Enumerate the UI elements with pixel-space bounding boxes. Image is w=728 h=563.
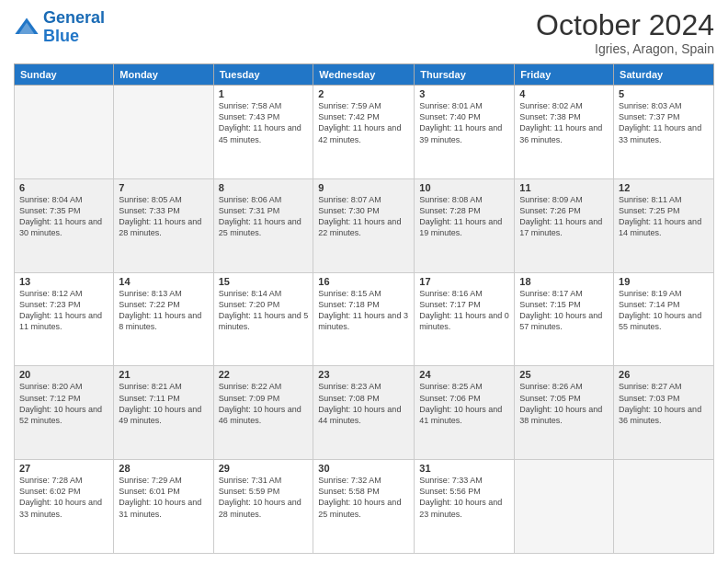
table-row: 31Sunrise: 7:33 AMSunset: 5:56 PMDayligh… xyxy=(415,460,515,554)
table-row: 13Sunrise: 8:12 AMSunset: 7:23 PMDayligh… xyxy=(15,272,114,366)
day-number: 6 xyxy=(19,182,108,193)
table-row xyxy=(614,460,714,554)
day-detail: Sunrise: 8:05 AMSunset: 7:33 PMDaylight:… xyxy=(119,194,208,239)
day-detail: Sunrise: 8:25 AMSunset: 7:06 PMDaylight:… xyxy=(419,381,509,426)
table-row: 21Sunrise: 8:21 AMSunset: 7:11 PMDayligh… xyxy=(114,366,213,460)
day-number: 24 xyxy=(419,369,509,380)
table-row: 20Sunrise: 8:20 AMSunset: 7:12 PMDayligh… xyxy=(15,366,114,460)
header: General Blue October 2024 Igries, Aragon… xyxy=(14,9,714,56)
day-detail: Sunrise: 7:28 AMSunset: 6:02 PMDaylight:… xyxy=(19,475,108,520)
day-detail: Sunrise: 8:16 AMSunset: 7:17 PMDaylight:… xyxy=(419,288,509,333)
day-number: 27 xyxy=(19,463,108,474)
table-row: 28Sunrise: 7:29 AMSunset: 6:01 PMDayligh… xyxy=(114,460,213,554)
title-block: October 2024 Igries, Aragon, Spain xyxy=(536,9,714,56)
day-detail: Sunrise: 8:27 AMSunset: 7:03 PMDaylight:… xyxy=(619,381,709,426)
table-row: 17Sunrise: 8:16 AMSunset: 7:17 PMDayligh… xyxy=(415,272,515,366)
day-number: 17 xyxy=(419,276,509,287)
table-row: 23Sunrise: 8:23 AMSunset: 7:08 PMDayligh… xyxy=(313,366,415,460)
day-detail: Sunrise: 8:14 AMSunset: 7:20 PMDaylight:… xyxy=(219,288,309,333)
day-detail: Sunrise: 8:01 AMSunset: 7:40 PMDaylight:… xyxy=(419,100,509,145)
day-detail: Sunrise: 8:17 AMSunset: 7:15 PMDaylight:… xyxy=(519,288,609,333)
table-row: 1Sunrise: 7:58 AMSunset: 7:43 PMDaylight… xyxy=(213,86,313,179)
table-row: 18Sunrise: 8:17 AMSunset: 7:15 PMDayligh… xyxy=(515,272,614,366)
day-number: 11 xyxy=(519,182,609,193)
day-number: 31 xyxy=(419,463,509,474)
day-detail: Sunrise: 8:11 AMSunset: 7:25 PMDaylight:… xyxy=(619,194,709,239)
day-number: 19 xyxy=(619,276,709,287)
day-number: 20 xyxy=(19,369,108,380)
day-number: 7 xyxy=(119,182,208,193)
calendar-week-row: 6Sunrise: 8:04 AMSunset: 7:35 PMDaylight… xyxy=(15,178,714,272)
day-detail: Sunrise: 7:31 AMSunset: 5:59 PMDaylight:… xyxy=(219,475,309,520)
table-row: 22Sunrise: 8:22 AMSunset: 7:09 PMDayligh… xyxy=(213,366,313,460)
calendar-week-row: 27Sunrise: 7:28 AMSunset: 6:02 PMDayligh… xyxy=(15,460,714,554)
day-detail: Sunrise: 7:29 AMSunset: 6:01 PMDaylight:… xyxy=(119,475,208,520)
table-row: 2Sunrise: 7:59 AMSunset: 7:42 PMDaylight… xyxy=(313,86,415,179)
table-row: 12Sunrise: 8:11 AMSunset: 7:25 PMDayligh… xyxy=(614,178,714,272)
table-row: 10Sunrise: 8:08 AMSunset: 7:28 PMDayligh… xyxy=(415,178,515,272)
table-row: 14Sunrise: 8:13 AMSunset: 7:22 PMDayligh… xyxy=(114,272,213,366)
day-number: 29 xyxy=(219,463,309,474)
day-number: 18 xyxy=(519,276,609,287)
day-number: 15 xyxy=(219,276,309,287)
day-detail: Sunrise: 8:06 AMSunset: 7:31 PMDaylight:… xyxy=(219,194,309,239)
day-detail: Sunrise: 7:33 AMSunset: 5:56 PMDaylight:… xyxy=(419,475,509,520)
table-row: 9Sunrise: 8:07 AMSunset: 7:30 PMDaylight… xyxy=(313,178,415,272)
table-row xyxy=(515,460,614,554)
day-detail: Sunrise: 8:03 AMSunset: 7:37 PMDaylight:… xyxy=(619,100,709,145)
location: Igries, Aragon, Spain xyxy=(536,41,714,56)
col-sunday: Sunday xyxy=(15,64,114,86)
table-row: 27Sunrise: 7:28 AMSunset: 6:02 PMDayligh… xyxy=(15,460,114,554)
day-number: 30 xyxy=(318,463,409,474)
day-detail: Sunrise: 8:26 AMSunset: 7:05 PMDaylight:… xyxy=(519,381,609,426)
day-detail: Sunrise: 8:20 AMSunset: 7:12 PMDaylight:… xyxy=(19,381,108,426)
day-number: 22 xyxy=(219,369,309,380)
day-number: 8 xyxy=(219,182,309,193)
col-thursday: Thursday xyxy=(415,64,515,86)
day-number: 14 xyxy=(119,276,208,287)
day-detail: Sunrise: 7:32 AMSunset: 5:58 PMDaylight:… xyxy=(318,475,409,520)
table-row: 30Sunrise: 7:32 AMSunset: 5:58 PMDayligh… xyxy=(313,460,415,554)
day-number: 12 xyxy=(619,182,709,193)
day-number: 23 xyxy=(318,369,409,380)
day-number: 3 xyxy=(419,88,509,99)
table-row: 11Sunrise: 8:09 AMSunset: 7:26 PMDayligh… xyxy=(515,178,614,272)
calendar-week-row: 13Sunrise: 8:12 AMSunset: 7:23 PMDayligh… xyxy=(15,272,714,366)
day-number: 25 xyxy=(519,369,609,380)
day-number: 5 xyxy=(619,88,709,99)
day-number: 28 xyxy=(119,463,208,474)
col-monday: Monday xyxy=(114,64,213,86)
day-number: 16 xyxy=(318,276,409,287)
table-row: 7Sunrise: 8:05 AMSunset: 7:33 PMDaylight… xyxy=(114,178,213,272)
day-number: 21 xyxy=(119,369,208,380)
table-row xyxy=(15,86,114,179)
logo-text: General Blue xyxy=(43,9,105,46)
calendar-week-row: 20Sunrise: 8:20 AMSunset: 7:12 PMDayligh… xyxy=(15,366,714,460)
calendar-header-row: Sunday Monday Tuesday Wednesday Thursday… xyxy=(15,64,714,86)
day-number: 2 xyxy=(318,88,409,99)
day-detail: Sunrise: 8:07 AMSunset: 7:30 PMDaylight:… xyxy=(318,194,409,239)
calendar-table: Sunday Monday Tuesday Wednesday Thursday… xyxy=(14,63,714,554)
day-number: 10 xyxy=(419,182,509,193)
table-row: 29Sunrise: 7:31 AMSunset: 5:59 PMDayligh… xyxy=(213,460,313,554)
day-detail: Sunrise: 7:59 AMSunset: 7:42 PMDaylight:… xyxy=(318,100,409,145)
day-detail: Sunrise: 8:04 AMSunset: 7:35 PMDaylight:… xyxy=(19,194,108,239)
day-detail: Sunrise: 8:15 AMSunset: 7:18 PMDaylight:… xyxy=(318,288,409,333)
day-number: 13 xyxy=(19,276,108,287)
page: General Blue October 2024 Igries, Aragon… xyxy=(0,0,728,563)
day-number: 9 xyxy=(318,182,409,193)
logo: General Blue xyxy=(14,9,105,46)
table-row: 6Sunrise: 8:04 AMSunset: 7:35 PMDaylight… xyxy=(15,178,114,272)
col-saturday: Saturday xyxy=(614,64,714,86)
col-wednesday: Wednesday xyxy=(313,64,415,86)
table-row: 8Sunrise: 8:06 AMSunset: 7:31 PMDaylight… xyxy=(213,178,313,272)
day-detail: Sunrise: 8:21 AMSunset: 7:11 PMDaylight:… xyxy=(119,381,208,426)
day-detail: Sunrise: 7:58 AMSunset: 7:43 PMDaylight:… xyxy=(219,100,309,145)
table-row: 3Sunrise: 8:01 AMSunset: 7:40 PMDaylight… xyxy=(415,86,515,179)
table-row: 15Sunrise: 8:14 AMSunset: 7:20 PMDayligh… xyxy=(213,272,313,366)
day-number: 26 xyxy=(619,369,709,380)
day-detail: Sunrise: 8:23 AMSunset: 7:08 PMDaylight:… xyxy=(318,381,409,426)
table-row xyxy=(114,86,213,179)
table-row: 5Sunrise: 8:03 AMSunset: 7:37 PMDaylight… xyxy=(614,86,714,179)
day-detail: Sunrise: 8:12 AMSunset: 7:23 PMDaylight:… xyxy=(19,288,108,333)
